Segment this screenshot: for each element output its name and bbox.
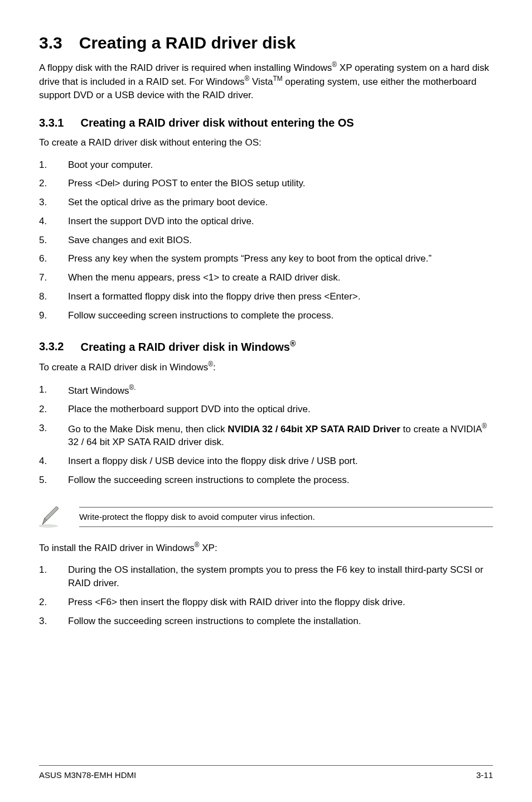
list-text: Insert a floppy disk / USB device into t…: [68, 456, 358, 466]
registered-mark: ®: [332, 61, 337, 69]
list-item: 1.During the OS installation, the system…: [39, 563, 493, 590]
note-box: Write-protect the floppy disk to avoid c…: [39, 504, 493, 530]
registered-mark: ®: [482, 422, 487, 430]
subsection-title: Creating a RAID driver disk without ente…: [80, 117, 354, 129]
list-item: 6.Press any key when the system prompts …: [39, 252, 493, 265]
body-text-pre: To install the RAID driver in Windows: [39, 543, 195, 553]
list-item: 1.Boot your computer.: [39, 158, 493, 172]
list-text: Press any key when the system prompts “P…: [68, 253, 432, 264]
list-number: 3.: [39, 196, 47, 209]
list-text: Start Windows: [68, 385, 129, 395]
list-item: 2.Place the motherboard support DVD into…: [39, 403, 493, 416]
list-number: 5.: [39, 474, 47, 487]
list-text: Insert a formatted floppy disk into the …: [68, 291, 360, 302]
list-number: 1.: [39, 158, 47, 172]
list-text: During the OS installation, the system p…: [68, 564, 483, 588]
list-number: 9.: [39, 309, 47, 322]
intro-paragraph: A floppy disk with the RAID driver is re…: [39, 60, 493, 102]
list-number: 1.: [39, 383, 47, 397]
section-heading: 3.3Creating a RAID driver disk: [39, 33, 493, 52]
body-text: To create a RAID driver disk without ent…: [39, 136, 493, 149]
footer-left: ASUS M3N78-EMH HDMI: [39, 770, 136, 780]
list-text: Insert the support DVD into the optical …: [68, 216, 254, 226]
list-number: 8.: [39, 290, 47, 303]
trademark-mark: TM: [273, 75, 282, 83]
list-text: Press <Del> during POST to enter the BIO…: [68, 178, 306, 189]
list-number: 2.: [39, 403, 47, 416]
section-number: 3.3: [39, 33, 62, 52]
list-number: 4.: [39, 215, 47, 228]
list-number: 3.: [39, 615, 47, 628]
registered-mark: ®: [244, 75, 249, 83]
body-text-post: :: [213, 362, 216, 373]
list-text: When the menu appears, press <1> to crea…: [68, 272, 341, 283]
list-item: 9.Follow succeeding screen instructions …: [39, 309, 493, 322]
page-footer: ASUS M3N78-EMH HDMI 3-11: [39, 765, 493, 780]
list-text: to create a NVIDIA: [400, 424, 482, 434]
list-number: 2.: [39, 177, 47, 190]
list-item: 1.Start Windows®.: [39, 383, 493, 397]
list-number: 7.: [39, 271, 47, 284]
list-item: 8.Insert a formatted floppy disk into th…: [39, 290, 493, 303]
intro-text-1: A floppy disk with the RAID driver is re…: [39, 62, 332, 73]
list-item: 5.Follow the succeeding screen instructi…: [39, 474, 493, 487]
list-text: 32 / 64 bit XP SATA RAID driver disk.: [68, 437, 224, 447]
list-text: Press <F6> then insert the floppy disk w…: [68, 597, 405, 607]
list-text: Go to the Make Disk menu, then click: [68, 424, 228, 434]
registered-mark-dot: ®.: [129, 384, 136, 392]
list-text: Place the motherboard support DVD into t…: [68, 404, 311, 414]
list-item: 2.Press <F6> then insert the floppy disk…: [39, 596, 493, 609]
subsection-heading: 3.3.2Creating a RAID driver disk in Wind…: [39, 339, 493, 354]
list-item: 3.Set the optical drive as the primary b…: [39, 196, 493, 209]
list-number: 5.: [39, 234, 47, 247]
list-text: Follow the succeeding screen instruction…: [68, 475, 350, 485]
registered-mark: ®: [208, 360, 213, 368]
svg-point-0: [39, 524, 58, 528]
ordered-list-2: 1.Start Windows®. 2.Place the motherboar…: [39, 383, 493, 487]
ordered-list-3: 1.During the OS installation, the system…: [39, 563, 493, 627]
list-item: 3.Go to the Make Disk menu, then click N…: [39, 422, 493, 449]
subsection-title: Creating a RAID driver disk in Windows: [80, 340, 289, 352]
list-item: 5.Save changes and exit BIOS.: [39, 234, 493, 247]
footer-right: 3-11: [476, 770, 493, 780]
list-item: 4.Insert the support DVD into the optica…: [39, 215, 493, 228]
body-text: To install the RAID driver in Windows® X…: [39, 540, 493, 554]
list-text: Follow the succeeding screen instruction…: [68, 616, 361, 626]
bold-text: NVIDIA 32 / 64bit XP SATA RAID Driver: [228, 424, 400, 434]
body-text-pre: To create a RAID driver disk in Windows: [39, 362, 208, 373]
note-text: Write-protect the floppy disk to avoid c…: [79, 507, 493, 527]
list-text: Boot your computer.: [68, 160, 153, 170]
body-text-post: XP:: [199, 543, 217, 553]
list-number: 2.: [39, 596, 47, 609]
list-number: 6.: [39, 252, 47, 265]
intro-text-3: Vista: [249, 76, 273, 87]
list-text: Save changes and exit BIOS.: [68, 235, 192, 245]
section-title: Creating a RAID driver disk: [79, 33, 296, 52]
ordered-list-1: 1.Boot your computer. 2.Press <Del> duri…: [39, 158, 493, 322]
list-item: 2.Press <Del> during POST to enter the B…: [39, 177, 493, 190]
pencil-icon: [39, 504, 64, 530]
list-number: 1.: [39, 563, 47, 577]
list-text: Follow succeeding screen instructions to…: [68, 310, 333, 321]
list-text: Set the optical drive as the primary boo…: [68, 197, 268, 207]
body-text: To create a RAID driver disk in Windows®…: [39, 360, 493, 374]
subsection-heading: 3.3.1Creating a RAID driver disk without…: [39, 117, 493, 129]
list-number: 4.: [39, 455, 47, 468]
subsection-number: 3.3.1: [39, 117, 64, 129]
list-item: 3.Follow the succeeding screen instructi…: [39, 615, 493, 628]
list-item: 7.When the menu appears, press <1> to cr…: [39, 271, 493, 284]
subsection-number: 3.3.2: [39, 340, 64, 353]
list-number: 3.: [39, 422, 47, 435]
list-item: 4.Insert a floppy disk / USB device into…: [39, 455, 493, 468]
registered-mark: ®: [290, 339, 296, 348]
